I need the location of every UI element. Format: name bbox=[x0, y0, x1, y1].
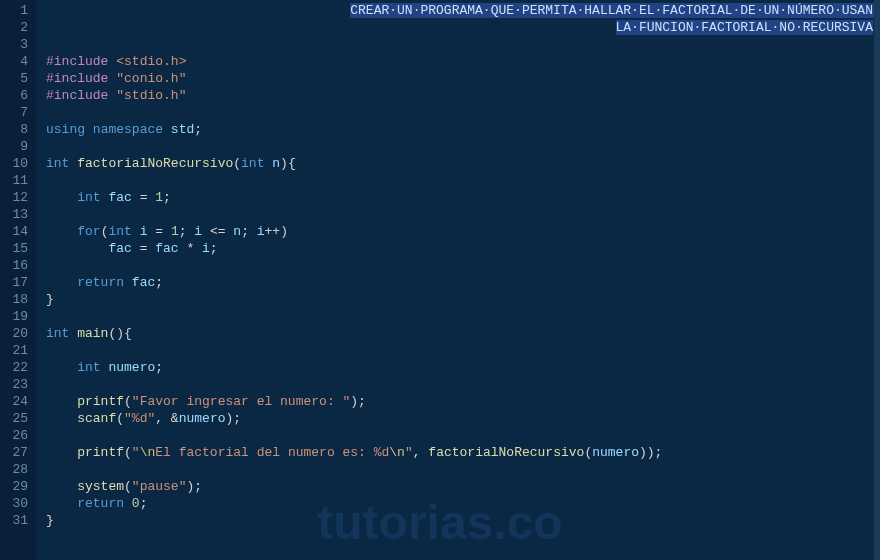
line-number: 15 bbox=[0, 240, 28, 257]
line-number: 25 bbox=[0, 410, 28, 427]
line-number: 23 bbox=[0, 376, 28, 393]
code-line: int factorialNoRecursivo(int n){ bbox=[46, 155, 880, 172]
code-line bbox=[46, 376, 880, 393]
line-number: 13 bbox=[0, 206, 28, 223]
code-line: return fac; bbox=[46, 274, 880, 291]
line-number: 8 bbox=[0, 121, 28, 138]
line-number: 14 bbox=[0, 223, 28, 240]
line-number: 9 bbox=[0, 138, 28, 155]
code-line: int fac = 1; bbox=[46, 189, 880, 206]
line-number: 4 bbox=[0, 53, 28, 70]
line-number: 29 bbox=[0, 478, 28, 495]
selected-comment: CREAR·UN·PROGRAMA·QUE·PERMITA·HALLAR·EL·… bbox=[350, 3, 880, 18]
line-number: 6 bbox=[0, 87, 28, 104]
line-number-gutter: 1 2 3 4 5 6 7 8 9 10 11 12 13 14 15 16 1… bbox=[0, 0, 36, 560]
code-line bbox=[46, 172, 880, 189]
code-line: LA·FUNCION·FACTORIAL·NO·RECURSIVA bbox=[46, 19, 880, 36]
selected-comment: LA·FUNCION·FACTORIAL·NO·RECURSIVA bbox=[616, 20, 873, 35]
line-number: 17 bbox=[0, 274, 28, 291]
code-line bbox=[46, 257, 880, 274]
line-number: 30 bbox=[0, 495, 28, 512]
code-line: for(int i = 1; i <= n; i++) bbox=[46, 223, 880, 240]
line-number: 2 bbox=[0, 19, 28, 36]
scrollbar-track[interactable] bbox=[874, 0, 880, 560]
code-line bbox=[46, 36, 880, 53]
line-number: 31 bbox=[0, 512, 28, 529]
code-line bbox=[46, 427, 880, 444]
line-number: 10 bbox=[0, 155, 28, 172]
code-line bbox=[46, 104, 880, 121]
code-editor: 1 2 3 4 5 6 7 8 9 10 11 12 13 14 15 16 1… bbox=[0, 0, 880, 560]
line-number: 27 bbox=[0, 444, 28, 461]
code-line: system("pause"); bbox=[46, 478, 880, 495]
line-number: 24 bbox=[0, 393, 28, 410]
line-number: 20 bbox=[0, 325, 28, 342]
code-line bbox=[46, 461, 880, 478]
line-number: 28 bbox=[0, 461, 28, 478]
code-line: printf("Favor ingresar el numero: "); bbox=[46, 393, 880, 410]
code-line bbox=[46, 206, 880, 223]
code-line: using namespace std; bbox=[46, 121, 880, 138]
code-line bbox=[46, 342, 880, 359]
code-line: int numero; bbox=[46, 359, 880, 376]
code-line: #include "conio.h" bbox=[46, 70, 880, 87]
line-number: 26 bbox=[0, 427, 28, 444]
line-number: 21 bbox=[0, 342, 28, 359]
code-line: } bbox=[46, 291, 880, 308]
code-line bbox=[46, 138, 880, 155]
line-number: 22 bbox=[0, 359, 28, 376]
code-line: #include "stdio.h" bbox=[46, 87, 880, 104]
code-line: CREAR·UN·PROGRAMA·QUE·PERMITA·HALLAR·EL·… bbox=[46, 2, 880, 19]
code-line: #include <stdio.h> bbox=[46, 53, 880, 70]
code-content[interactable]: CREAR·UN·PROGRAMA·QUE·PERMITA·HALLAR·EL·… bbox=[36, 0, 880, 560]
code-line: scanf("%d", &numero); bbox=[46, 410, 880, 427]
line-number: 18 bbox=[0, 291, 28, 308]
code-line bbox=[46, 308, 880, 325]
line-number: 3 bbox=[0, 36, 28, 53]
line-number: 11 bbox=[0, 172, 28, 189]
line-number: 5 bbox=[0, 70, 28, 87]
line-number: 16 bbox=[0, 257, 28, 274]
code-line: printf("\nEl factorial del numero es: %d… bbox=[46, 444, 880, 461]
line-number: 7 bbox=[0, 104, 28, 121]
line-number: 1 bbox=[0, 2, 28, 19]
line-number: 12 bbox=[0, 189, 28, 206]
watermark-text: tutorias.co bbox=[317, 495, 562, 550]
code-line: int main(){ bbox=[46, 325, 880, 342]
line-number: 19 bbox=[0, 308, 28, 325]
code-line: fac = fac * i; bbox=[46, 240, 880, 257]
